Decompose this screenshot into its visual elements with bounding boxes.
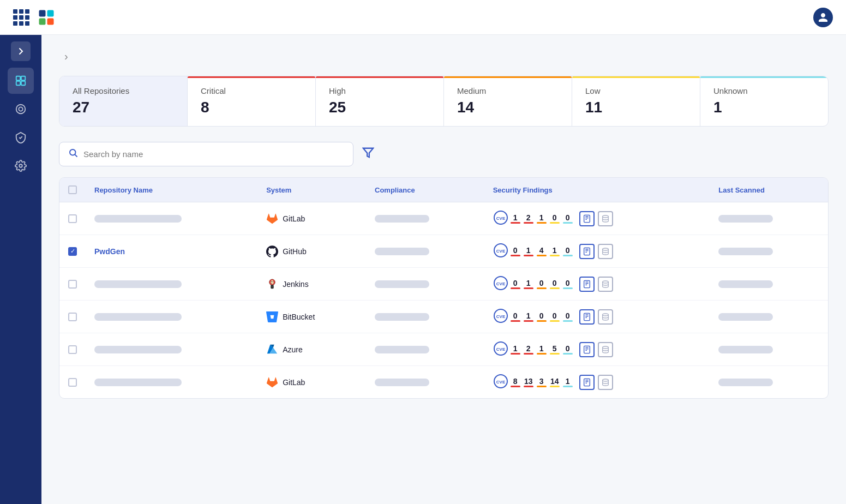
search-row: [59, 142, 829, 166]
user-avatar[interactable]: [813, 8, 833, 27]
system-cell: Jenkins: [266, 278, 357, 290]
security-findings: CVE 12100: [493, 210, 701, 227]
filter-card-all-repositories[interactable]: All Repositories27: [59, 76, 188, 126]
repository-name-placeholder: [94, 313, 182, 321]
filter-label: All Repositories: [73, 86, 174, 95]
breadcrumb-separator: ›: [64, 50, 68, 63]
db-icon[interactable]: [598, 244, 613, 259]
breadcrumb: ›: [59, 50, 829, 63]
row-checkbox[interactable]: [68, 378, 77, 387]
system-name: GitLab: [283, 214, 305, 223]
db-icon[interactable]: [598, 375, 613, 390]
filter-label: Unknown: [713, 86, 815, 95]
sidebar-item-scanning[interactable]: [8, 96, 34, 122]
select-all-checkbox[interactable]: [68, 185, 77, 194]
db-icon[interactable]: [598, 309, 613, 325]
doc-icon[interactable]: [579, 342, 595, 357]
finding-count: 1: [511, 344, 520, 353]
col-compliance: Compliance: [366, 178, 484, 202]
finding-count: 1: [563, 377, 572, 386]
sidebar-item-settings[interactable]: [8, 153, 34, 179]
finding-count: 13: [524, 377, 533, 386]
filter-value: 11: [585, 99, 687, 116]
svg-point-26: [602, 248, 608, 250]
filter-button[interactable]: [362, 147, 374, 162]
compliance-bar: [375, 379, 429, 386]
compliance-bar: [375, 313, 429, 321]
repository-table: Repository Name System Compliance Securi…: [59, 177, 829, 399]
table-row: ✓PwdGenGitHub CVE 01410: [59, 235, 828, 268]
search-input-wrapper: [59, 142, 353, 166]
row-checkbox[interactable]: [68, 345, 77, 354]
filter-card-low[interactable]: Low11: [572, 76, 700, 126]
repository-name-placeholder: [94, 280, 182, 288]
search-icon: [68, 148, 78, 160]
row-checkbox[interactable]: [68, 313, 77, 321]
system-name: Jenkins: [283, 280, 308, 289]
svg-text:CVE: CVE: [496, 249, 505, 254]
doc-icon[interactable]: [579, 211, 595, 226]
doc-icon[interactable]: [579, 244, 595, 259]
system-cell: GitLab: [266, 376, 357, 388]
system-name: GitHub: [283, 247, 307, 256]
finding-count: 0: [511, 311, 520, 320]
svg-text:CVE: CVE: [496, 216, 505, 221]
sidebar-item-policies[interactable]: [8, 124, 34, 151]
db-icon[interactable]: [598, 277, 613, 292]
filter-cards-container: All Repositories27Critical8High25Medium1…: [59, 76, 829, 127]
row-checkbox[interactable]: [68, 214, 77, 223]
finding-count: 0: [563, 279, 572, 287]
svg-rect-51: [584, 346, 590, 353]
db-icon[interactable]: [598, 342, 613, 357]
svg-rect-41: [584, 313, 590, 320]
svg-rect-1: [47, 10, 54, 16]
filter-label: High: [329, 86, 430, 95]
svg-text:CVE: CVE: [496, 281, 505, 286]
doc-icon[interactable]: [579, 309, 595, 325]
finding-count: 3: [537, 377, 546, 386]
row-checkbox[interactable]: [68, 280, 77, 289]
svg-rect-4: [16, 76, 20, 80]
cvss-badge: CVE: [493, 210, 508, 227]
finding-count: 0: [563, 344, 572, 353]
table-row: BitBucket CVE 01000: [59, 301, 828, 333]
repository-name[interactable]: PwdGen: [94, 247, 125, 256]
sidebar: [0, 35, 41, 504]
finding-count: 0: [563, 311, 572, 320]
doc-icon[interactable]: [579, 277, 595, 292]
finding-count: 14: [550, 377, 559, 386]
system-name: BitBucket: [283, 313, 315, 321]
svg-point-11: [70, 149, 76, 155]
repository-name-placeholder: [94, 215, 182, 223]
filter-card-critical[interactable]: Critical8: [188, 76, 316, 126]
filter-card-medium[interactable]: Medium14: [444, 76, 572, 126]
svg-rect-6: [16, 81, 20, 85]
svg-point-29: [271, 281, 272, 281]
finding-count: 1: [550, 246, 559, 255]
nav-left: [13, 9, 58, 26]
table-row: Jenkins CVE 01000: [59, 268, 828, 301]
sidebar-toggle-button[interactable]: [11, 41, 31, 61]
search-input[interactable]: [83, 149, 344, 159]
svg-point-19: [602, 215, 608, 218]
db-icon[interactable]: [598, 211, 613, 226]
svg-point-8: [16, 105, 26, 114]
doc-icon[interactable]: [579, 375, 595, 390]
table-row: GitLab CVE 12100: [59, 202, 828, 235]
system-name: Azure: [283, 345, 303, 354]
filter-card-high[interactable]: High25: [316, 76, 444, 126]
table-row: GitLab CVE 8133141: [59, 366, 828, 399]
grid-menu-icon[interactable]: [13, 9, 29, 26]
sidebar-item-repositories[interactable]: [8, 68, 34, 94]
finding-count: 1: [524, 246, 533, 255]
last-scanned-bar: [718, 280, 773, 288]
finding-count: 0: [550, 213, 559, 222]
repository-name-placeholder: [94, 346, 182, 353]
select-all-header[interactable]: [59, 178, 86, 202]
filter-value: 27: [73, 99, 174, 116]
filter-card-unknown[interactable]: Unknown1: [700, 76, 828, 126]
row-checkbox[interactable]: ✓: [68, 247, 77, 256]
col-system: System: [257, 178, 366, 202]
repository-name-placeholder: [94, 379, 182, 386]
filter-value: 1: [713, 99, 815, 116]
